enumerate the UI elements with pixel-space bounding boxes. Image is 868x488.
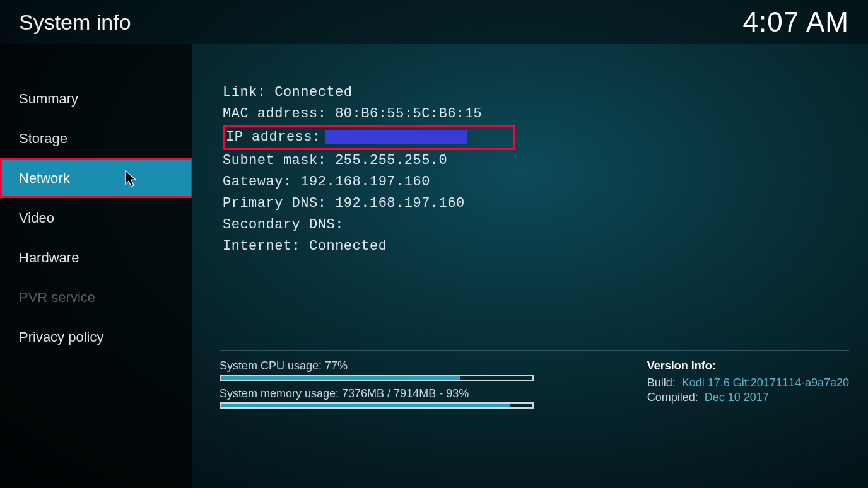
- mac-row: MAC address: 80:B6:55:5C:B6:15: [223, 103, 868, 125]
- sidebar-item-label: Video: [19, 210, 54, 226]
- clock: 4:07 AM: [743, 6, 849, 38]
- sidebar-item-label: Privacy policy: [19, 329, 103, 346]
- system-meters: System CPU usage: 77% System memory usag…: [220, 359, 554, 415]
- cpu-usage-bar: [220, 375, 534, 381]
- sidebar-item-privacy-policy[interactable]: Privacy policy: [0, 317, 192, 357]
- sidebar-item-storage[interactable]: Storage: [0, 119, 192, 158]
- sidebar: Summary Storage Network Video Hardware P…: [0, 44, 192, 488]
- sidebar-item-video[interactable]: Video: [0, 198, 192, 238]
- sidebar-item-label: Hardware: [19, 250, 79, 266]
- footer-divider: [220, 350, 849, 351]
- sidebar-item-pvr-service: PVR service: [0, 277, 192, 317]
- sidebar-item-summary[interactable]: Summary: [0, 79, 192, 119]
- mem-usage-label: System memory usage: 7376MB / 7914MB - 9…: [220, 387, 554, 400]
- primary-dns-row: Primary DNS: 192.168.197.160: [223, 193, 868, 214]
- sidebar-item-label: Summary: [19, 91, 78, 107]
- sidebar-item-label: Network: [19, 170, 70, 187]
- cpu-usage-label: System CPU usage: 77%: [220, 359, 554, 373]
- version-info: Version info: Build: Kodi 17.6 Git:20171…: [647, 359, 849, 415]
- internet-row: Internet: Connected: [223, 236, 868, 257]
- page-title: System info: [19, 10, 131, 35]
- subnet-row: Subnet mask: 255.255.255.0: [223, 150, 868, 171]
- sidebar-item-network[interactable]: Network: [0, 158, 192, 198]
- mem-usage-fill: [221, 404, 510, 407]
- build-row: Build: Kodi 17.6 Git:20171114-a9a7a20: [647, 376, 849, 390]
- sidebar-item-label: PVR service: [19, 289, 95, 306]
- mem-usage-bar: [220, 402, 534, 409]
- header-bar: System info 4:07 AM: [0, 0, 868, 44]
- ip-redacted-value: [325, 130, 467, 144]
- secondary-dns-row: Secondary DNS:: [223, 214, 868, 236]
- footer: System CPU usage: 77% System memory usag…: [220, 359, 849, 415]
- network-info: Link: Connected MAC address: 80:B6:55:5C…: [223, 82, 868, 257]
- cpu-usage-fill: [221, 376, 460, 380]
- sidebar-item-hardware[interactable]: Hardware: [0, 238, 192, 277]
- compiled-row: Compiled: Dec 10 2017: [647, 391, 849, 404]
- main-content: Link: Connected MAC address: 80:B6:55:5C…: [192, 44, 868, 488]
- link-row: Link: Connected: [223, 82, 868, 103]
- gateway-row: Gateway: 192.168.197.160: [223, 171, 868, 193]
- version-title: Version info:: [647, 359, 849, 373]
- ip-row: IP address:: [223, 125, 868, 150]
- sidebar-item-label: Storage: [19, 131, 67, 147]
